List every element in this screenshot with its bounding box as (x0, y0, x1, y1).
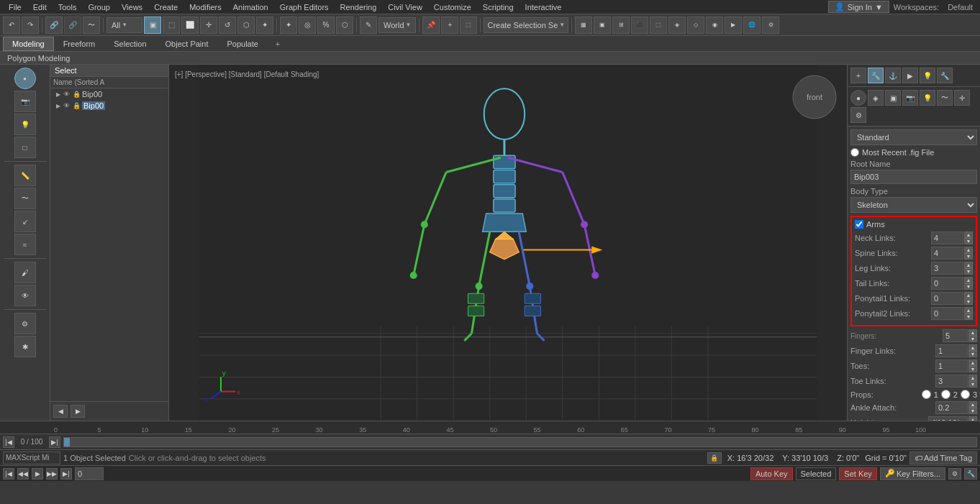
menu-views[interactable]: Views (116, 0, 148, 14)
select-icon[interactable]: ▣ (885, 90, 901, 106)
curve-editor-button[interactable]: ⬚ (650, 17, 667, 34)
prev-frame-button[interactable]: |◀ (3, 468, 14, 480)
prev-key-button[interactable]: ◀◀ (17, 468, 29, 480)
standard-dropdown[interactable]: Standard (850, 129, 977, 145)
align-button[interactable]: ⬚ (460, 17, 477, 34)
spline-icon[interactable]: 〜 (14, 188, 36, 209)
object-type-icon[interactable]: ◈ (868, 90, 884, 106)
eye-icon[interactable]: 👁 (14, 285, 36, 306)
key-filters-button[interactable]: 🔑 Key Filters... (880, 467, 945, 480)
rectangular-region-button[interactable]: ⬜ (181, 17, 199, 34)
menu-edit[interactable]: Edit (27, 0, 53, 14)
tail-links-down[interactable]: ▼ (964, 283, 973, 290)
display-panel-icon[interactable]: 💡 (920, 68, 935, 83)
light-icon[interactable]: 💡 (14, 114, 36, 135)
menu-scripting[interactable]: Scripting (477, 0, 520, 14)
height-input[interactable] (928, 416, 968, 421)
finger-links-input-2[interactable] (935, 344, 968, 357)
camera-icon[interactable]: 📷 (14, 91, 36, 112)
neck-links-up[interactable]: ▲ (964, 232, 973, 238)
root-name-input[interactable] (850, 170, 977, 184)
world-dropdown[interactable]: World ▼ (378, 17, 416, 33)
menu-civil-view[interactable]: Civil View (382, 0, 427, 14)
body-type-dropdown[interactable]: Skeleton (850, 197, 977, 213)
toes-down[interactable]: ▼ (968, 366, 977, 372)
rotate-button[interactable]: ↺ (219, 17, 236, 34)
render-frame-button[interactable]: ▶ (725, 17, 742, 34)
ponytail2-links-input[interactable] (931, 307, 963, 320)
menu-modifiers[interactable]: Modifiers (183, 0, 227, 14)
ponytail1-links-input[interactable] (931, 292, 963, 305)
motion-panel-icon[interactable]: ▶ (902, 68, 918, 83)
tail-links-up[interactable]: ▲ (964, 277, 973, 283)
ankle-attach-up[interactable]: ▲ (968, 401, 977, 408)
ankle-attach-down[interactable]: ▼ (968, 408, 977, 414)
nav-prev-button[interactable]: ◀ (53, 405, 68, 418)
arms-checkbox[interactable] (855, 220, 863, 229)
environment-button[interactable]: 🌐 (743, 17, 761, 34)
undo-button[interactable]: ↶ (3, 17, 20, 34)
tail-links-input[interactable] (931, 277, 963, 290)
geometry-icon[interactable]: □ (14, 137, 36, 158)
utilities-panel-icon[interactable]: 🔧 (937, 68, 953, 83)
finger-up[interactable]: ▲ (968, 329, 977, 336)
extra-keys-button[interactable]: 🔧 (964, 468, 977, 480)
height-up[interactable]: ▲ (968, 416, 977, 421)
asterisk-icon[interactable]: ✱ (14, 336, 36, 357)
props-3-radio[interactable] (961, 390, 970, 399)
tab-object-paint[interactable]: Object Paint (156, 37, 218, 51)
link-button[interactable]: 🔗 (45, 17, 63, 34)
menu-customize[interactable]: Customize (428, 0, 477, 14)
leg-links-input[interactable] (931, 262, 963, 275)
toes-input[interactable] (935, 359, 968, 372)
toe-links-up[interactable]: ▲ (968, 375, 977, 381)
spinner-snap-button[interactable]: ⬡ (336, 17, 353, 34)
next-frame-button[interactable]: ▶| (60, 468, 72, 480)
toe-links-input[interactable] (935, 375, 968, 388)
light2-icon[interactable]: 💡 (920, 90, 935, 106)
menu-tools[interactable]: Tools (53, 0, 83, 14)
sphere-icon-btn[interactable]: ● (850, 90, 866, 106)
finger-links-input[interactable] (943, 329, 968, 342)
camera2-icon[interactable]: 📷 (902, 90, 918, 106)
leg-links-down[interactable]: ▼ (964, 268, 973, 275)
scale-type-button[interactable]: ✦ (256, 17, 273, 34)
ponytail1-down[interactable]: ▼ (964, 298, 973, 305)
scene-item-bip00-2[interactable]: ▶ 👁 🔒 Bip00 (50, 100, 168, 111)
create-selection-button[interactable]: Create Selection Se ▼ (484, 17, 568, 33)
most-recent-radio[interactable] (850, 148, 859, 157)
eye-icon-2[interactable]: 👁 (62, 101, 71, 110)
set-key-button[interactable]: Set Key (839, 467, 877, 480)
menu-group[interactable]: Group (82, 0, 116, 14)
sign-in-button[interactable]: 👤 Sign In ▼ (828, 1, 889, 13)
menu-rendering[interactable]: Rendering (335, 0, 383, 14)
modify-panel-icon[interactable]: 🔧 (868, 68, 884, 83)
finger-down[interactable]: ▼ (968, 336, 977, 342)
scene-explorer-button[interactable]: ▣ (594, 17, 611, 34)
mirror-button[interactable]: + (441, 17, 458, 34)
timeline-go-start-button[interactable]: |◀ (3, 436, 14, 448)
leg-links-up[interactable]: ▲ (964, 262, 973, 268)
redo-button[interactable]: ↷ (22, 17, 39, 34)
select-by-name-button[interactable]: ⬚ (163, 17, 180, 34)
measure-icon[interactable]: 📏 (14, 165, 36, 186)
select-object-button[interactable]: ▣ (144, 17, 161, 34)
tab-freeform[interactable]: Freeform (54, 37, 105, 51)
helper-icon[interactable]: ✛ (954, 90, 970, 106)
settings-icon[interactable]: ⚙ (14, 313, 36, 334)
eye-icon-1[interactable]: 👁 (62, 90, 71, 98)
hierarchy-button[interactable]: ⊞ (612, 17, 630, 34)
neck-links-input[interactable] (931, 232, 963, 244)
toe-links-down[interactable]: ▼ (968, 381, 977, 388)
timeline-progress-bar[interactable] (63, 437, 977, 447)
scene-item-bip00-1[interactable]: ▶ 👁 🔒 Bip00 (50, 88, 168, 100)
time-input[interactable] (75, 467, 104, 480)
hierarchy-panel-icon[interactable]: ⚓ (885, 68, 901, 83)
object-props-button[interactable]: ⬛ (631, 17, 648, 34)
snap-toggle-button[interactable]: ✦ (280, 17, 297, 34)
menu-animation[interactable]: Animation (227, 0, 274, 14)
tab-selection[interactable]: Selection (104, 37, 155, 51)
lock-selection-button[interactable]: 🔒 (707, 452, 722, 464)
props-1-radio[interactable] (922, 390, 931, 399)
finger-links-down[interactable]: ▼ (968, 351, 977, 357)
